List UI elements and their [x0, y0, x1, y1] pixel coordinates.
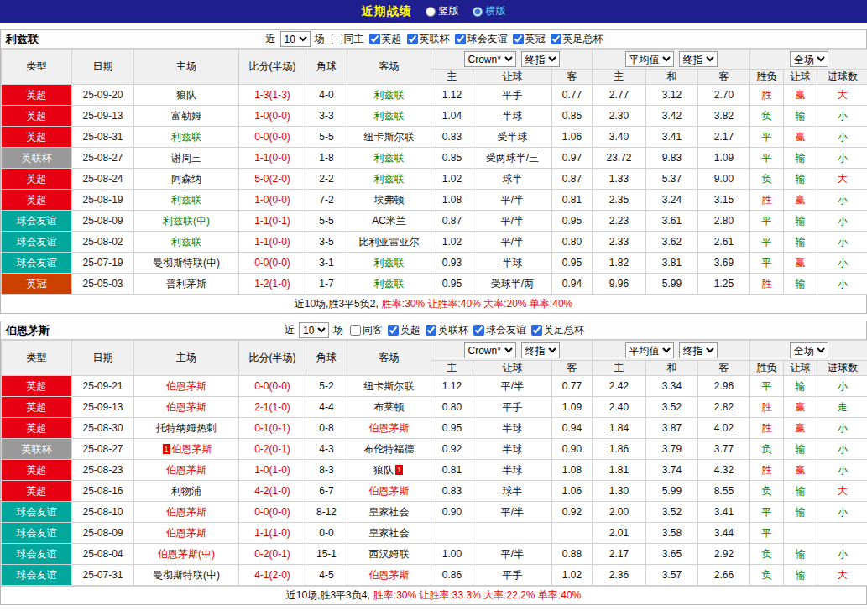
league-filter-label: 英足总杯 [544, 323, 584, 337]
recent-count-select[interactable]: 10 [299, 322, 329, 338]
europe-index-select[interactable]: 终指 [679, 342, 718, 358]
league-filter[interactable]: 球会友谊 [473, 323, 526, 337]
league-filter[interactable]: 英联杯 [407, 32, 450, 46]
europe-draw-odds: 9.83 [646, 148, 698, 169]
team-name-text: 利兹联 [374, 89, 405, 101]
league-checkbox[interactable] [407, 34, 418, 44]
league-checkbox[interactable] [531, 325, 542, 336]
result-handicap: 输 [784, 274, 817, 295]
asia-home-odds: 1.08 [431, 190, 473, 211]
league-filter[interactable]: 英足总杯 [531, 323, 584, 337]
same-side-filter[interactable]: 同主 [332, 32, 364, 46]
bookmaker-select[interactable]: Crown* [464, 51, 516, 67]
result-handicap: 赢 [784, 418, 817, 439]
europe-home-odds: 9.96 [593, 274, 646, 295]
away-team: 埃弗顿 [347, 190, 431, 211]
match-score: 1-1(1-0) [239, 523, 306, 544]
europe-away-header: 客 [698, 70, 750, 85]
red-card-icon: 1 [395, 465, 403, 475]
league-filter[interactable]: 英超 [388, 323, 420, 337]
match-score: 1-3(1-3) [239, 85, 306, 106]
league-filter[interactable]: 英联杯 [426, 323, 468, 337]
team-name-text: 利兹联 [171, 236, 201, 248]
recent-count-select[interactable]: 10 [280, 31, 311, 47]
same-side-filter[interactable]: 同客 [350, 323, 383, 337]
match-date: 25-09-20 [72, 85, 134, 106]
league-checkbox[interactable] [513, 34, 524, 44]
match-row: 英超25-09-13伯恩茅斯2-1(1-0)4-4布莱顿0.80平手1.092.… [2, 397, 867, 418]
match-score: 0-2(0-1) [239, 439, 306, 460]
league-checkbox[interactable] [551, 34, 561, 44]
league-checkbox[interactable] [369, 34, 380, 44]
europe-home-odds: 2.23 [593, 211, 646, 232]
same-side-checkbox[interactable] [332, 34, 342, 44]
league-badge: 英超 [2, 190, 72, 211]
horizontal-radio-icon[interactable] [473, 7, 483, 17]
match-row: 英联杯25-08-271伯恩茅斯0-2(0-1)4-3布伦特福德0.92半球0.… [2, 439, 867, 460]
asia-away-odds: 1.09 [552, 397, 593, 418]
vertical-radio-label: 竖版 [439, 4, 459, 18]
away-team: 纽卡斯尔联 [347, 376, 431, 397]
league-badge: 英联杯 [2, 439, 72, 460]
team-name-text: AC米兰 [372, 215, 406, 227]
europe-avg-select[interactable]: 平均值 [625, 51, 674, 67]
match-date: 25-08-27 [72, 148, 134, 169]
match-row: 英超25-08-31利兹联0-0(0-0)5-5纽卡斯尔联0.83受半球1.06… [2, 127, 867, 148]
league-checkbox[interactable] [455, 34, 466, 44]
match-row: 英超25-08-19利兹联1-0(0-0)7-2埃弗顿1.08平/半0.812.… [2, 190, 867, 211]
vertical-radio-icon[interactable] [426, 7, 436, 17]
league-filter[interactable]: 球会友谊 [455, 32, 508, 46]
league-checkbox[interactable] [473, 325, 484, 336]
league-filter[interactable]: 英超 [369, 32, 402, 46]
result-outcome: 胜 [750, 190, 784, 211]
asia-index-select[interactable]: 终指 [521, 51, 560, 67]
league-checkbox[interactable] [388, 325, 399, 336]
europe-away-header: 客 [698, 361, 750, 376]
team-name-text: 阿森纳 [171, 173, 201, 185]
asia-handicap: 受球半/两 [473, 274, 552, 295]
layout-radio-vertical[interactable]: 竖版 [426, 4, 459, 18]
europe-away-odds: 4.32 [698, 460, 750, 481]
asia-away-odds: 1.06 [552, 127, 593, 148]
match-row: 英超25-08-23伯恩茅斯1-0(1-0)8-3狼队10.81半球1.081.… [2, 460, 867, 481]
europe-index-select[interactable]: 终指 [679, 51, 718, 67]
league-filter[interactable]: 英冠 [513, 32, 546, 46]
layout-radio-horizontal[interactable]: 横版 [473, 4, 506, 18]
result-outcome: 胜 [750, 397, 784, 418]
league-badge: 球会友谊 [2, 253, 72, 274]
away-team: 纽卡斯尔联 [347, 127, 431, 148]
team-name: 利兹联 [6, 30, 39, 49]
scope-select[interactable]: 全场 [790, 51, 828, 67]
corner-score: 5-5 [306, 211, 347, 232]
europe-away-odds: 2.96 [698, 376, 750, 397]
result-outcome: 平 [750, 127, 784, 148]
asia-away-odds: 0.87 [552, 169, 593, 190]
league-badge: 球会友谊 [2, 232, 72, 253]
home-team: 伯恩茅斯(中) [134, 544, 239, 565]
result-goals: 大 [817, 565, 867, 586]
asia-odds-group: Crown*终指 [431, 50, 593, 70]
asia-away-odds: 1.08 [552, 460, 593, 481]
result-handicap [784, 523, 817, 544]
matches-table: 类型日期主场比分(半场)角球客场Crown*终指平均值终指全场主让球客主和客胜负… [1, 49, 867, 295]
asia-index-select[interactable]: 终指 [521, 342, 560, 358]
league-checkbox[interactable] [426, 325, 436, 336]
home-team: 利兹联(中) [134, 211, 239, 232]
match-score: 4-2(1-0) [239, 481, 306, 502]
scope-select[interactable]: 全场 [790, 342, 828, 358]
league-filter[interactable]: 英足总杯 [551, 32, 603, 46]
bookmaker-select[interactable]: Crown* [464, 342, 516, 358]
europe-odds-group: 平均值终指 [593, 50, 750, 70]
corner-score: 8-3 [306, 460, 347, 481]
result-outcome: 平 [750, 376, 784, 397]
result-goals: 小 [817, 460, 867, 481]
away-team: 利兹联 [347, 148, 431, 169]
europe-home-odds: 23.72 [593, 148, 646, 169]
europe-draw-odds: 3.34 [646, 376, 698, 397]
asia-handicap: 平/半 [473, 232, 552, 253]
same-side-checkbox[interactable] [350, 325, 361, 336]
europe-avg-select[interactable]: 平均值 [625, 342, 674, 358]
asia-handicap: 平/半 [473, 544, 552, 565]
europe-home-odds: 3.40 [593, 127, 646, 148]
europe-away-odds: 4.02 [698, 418, 750, 439]
